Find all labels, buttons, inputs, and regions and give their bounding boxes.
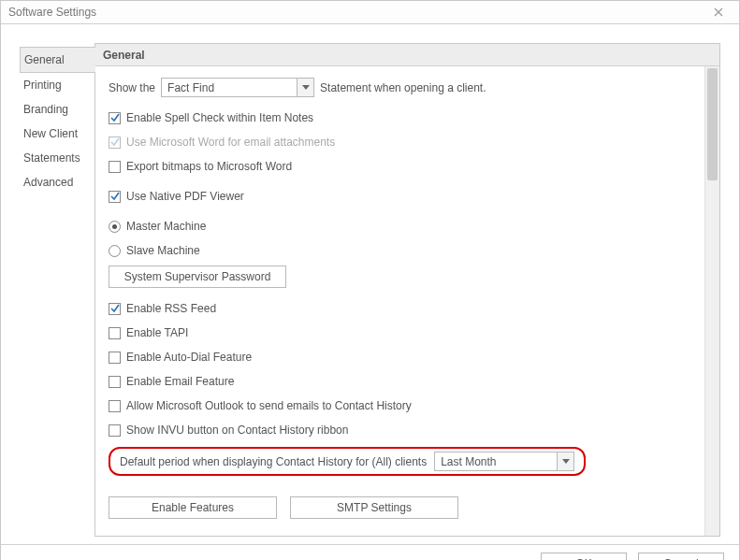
checkbox-rss[interactable]: Enable RSS Feed xyxy=(109,302,216,315)
checkbox-email-feature[interactable]: Enable Email Feature xyxy=(109,375,234,388)
radio-slave-machine[interactable]: Slave Machine xyxy=(109,244,200,257)
radio-slave-machine-label: Slave Machine xyxy=(126,244,200,257)
checkbox-email-feature-label: Enable Email Feature xyxy=(126,375,234,388)
smtp-settings-button[interactable]: SMTP Settings xyxy=(290,496,458,519)
dialog-footer: OK Cancel xyxy=(1,544,739,560)
panel-title: General xyxy=(95,44,719,66)
show-the-suffix: Statement when opening a client. xyxy=(320,81,486,94)
tab-general[interactable]: General xyxy=(20,47,94,73)
chevron-down-icon xyxy=(557,452,573,470)
panel: General Show the Fact Find Statement whe… xyxy=(94,43,720,537)
tab-list: General Printing Branding New Client Sta… xyxy=(20,43,94,537)
close-button[interactable] xyxy=(705,1,732,23)
statement-dropdown[interactable]: Fact Find xyxy=(161,78,314,97)
checkbox-export-bitmaps-label: Export bitmaps to Microsoft Word xyxy=(126,160,292,173)
checkbox-outlook-history[interactable]: Allow Microsoft Outlook to send emails t… xyxy=(109,399,412,412)
checkbox-native-pdf-label: Use Native PDF Viewer xyxy=(126,190,244,203)
checkbox-export-bitmaps[interactable]: Export bitmaps to Microsoft Word xyxy=(109,160,292,173)
statement-dropdown-value: Fact Find xyxy=(162,79,297,96)
checkbox-native-pdf[interactable]: Use Native PDF Viewer xyxy=(109,190,244,203)
scrollbar-thumb[interactable] xyxy=(707,68,718,180)
checkbox-tapi[interactable]: Enable TAPI xyxy=(109,326,188,339)
panel-body: Show the Fact Find Statement when openin… xyxy=(95,66,704,536)
checkbox-word-attachments: Use Microsoft Word for email attachments xyxy=(109,136,335,149)
show-the-prefix: Show the xyxy=(109,81,155,94)
tab-new-client[interactable]: New Client xyxy=(20,122,94,146)
vertical-scrollbar[interactable] xyxy=(704,66,719,536)
cancel-button[interactable]: Cancel xyxy=(638,553,724,560)
checkbox-word-attachments-label: Use Microsoft Word for email attachments xyxy=(126,136,335,149)
checkbox-tapi-label: Enable TAPI xyxy=(126,326,188,339)
window-title: Software Settings xyxy=(8,6,705,19)
tab-printing[interactable]: Printing xyxy=(20,73,94,97)
checkbox-outlook-history-label: Allow Microsoft Outlook to send emails t… xyxy=(126,399,412,412)
chevron-down-icon xyxy=(297,79,313,96)
checkbox-spell-check-label: Enable Spell Check within Item Notes xyxy=(126,111,313,124)
tab-statements[interactable]: Statements xyxy=(20,146,94,170)
checkbox-autodial[interactable]: Enable Auto-Dial Feature xyxy=(109,351,252,364)
default-period-label: Default period when displaying Contact H… xyxy=(120,455,427,468)
default-period-value: Last Month xyxy=(435,452,557,470)
titlebar: Software Settings xyxy=(1,1,739,24)
tab-advanced[interactable]: Advanced xyxy=(20,170,94,194)
ok-button[interactable]: OK xyxy=(541,553,627,560)
checkbox-invu-button[interactable]: Show INVU button on Contact History ribb… xyxy=(109,424,348,437)
settings-window: Software Settings General Printing Brand… xyxy=(0,0,740,560)
radio-master-machine-label: Master Machine xyxy=(126,220,206,233)
default-period-dropdown[interactable]: Last Month xyxy=(434,452,574,471)
checkbox-autodial-label: Enable Auto-Dial Feature xyxy=(126,351,252,364)
checkbox-spell-check[interactable]: Enable Spell Check within Item Notes xyxy=(109,111,313,124)
close-icon xyxy=(714,7,723,17)
highlight-default-period: Default period when displaying Contact H… xyxy=(109,447,586,476)
supervisor-password-button[interactable]: System Supervisor Password xyxy=(109,266,286,288)
enable-features-button[interactable]: Enable Features xyxy=(109,496,277,519)
checkbox-invu-button-label: Show INVU button on Contact History ribb… xyxy=(126,424,348,437)
checkbox-rss-label: Enable RSS Feed xyxy=(126,302,216,315)
radio-master-machine[interactable]: Master Machine xyxy=(109,220,206,233)
tab-branding[interactable]: Branding xyxy=(20,97,94,122)
